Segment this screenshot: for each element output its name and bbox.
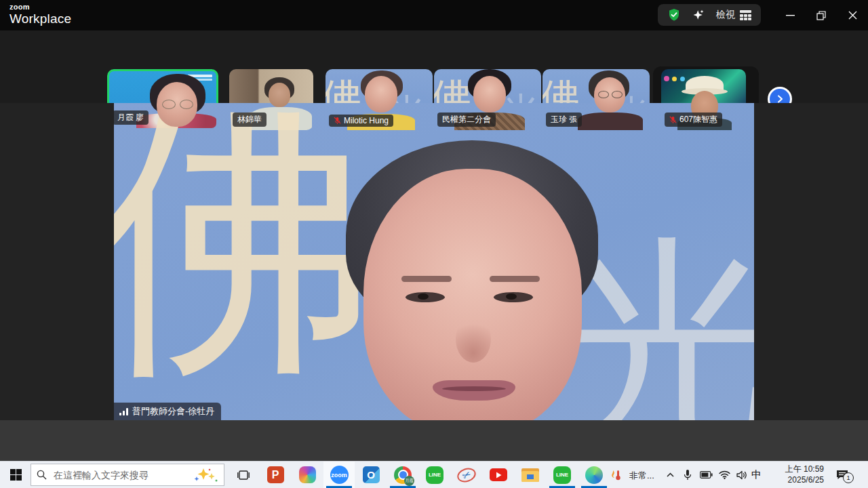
participant-name-badge: 月霞 廖 bbox=[113, 110, 149, 125]
search-highlights-icon bbox=[193, 467, 218, 483]
meeting-toolbar: 音訊 視訊 與會者 8 聊天 bbox=[0, 420, 868, 461]
weather-text[interactable]: 非常... bbox=[629, 470, 654, 482]
line-icon[interactable]: LINE bbox=[419, 462, 450, 488]
video-filmstrip: 月霞 廖 林錦華 佛 光 Milotic Hung 佛 bbox=[0, 30, 868, 103]
ai-companion-sparkle-icon[interactable] bbox=[692, 8, 705, 22]
virtual-bg-logo bbox=[664, 72, 685, 84]
close-button[interactable] bbox=[837, 0, 868, 30]
powerpoint-icon[interactable]: P bbox=[260, 462, 291, 488]
search-icon bbox=[37, 470, 47, 480]
clock-time: 上午 10:59 bbox=[785, 464, 824, 474]
logo-zoom-text: zoom bbox=[9, 3, 71, 11]
titlebar-controls-pill: 檢視 bbox=[658, 4, 761, 26]
windows-taskbar: P zoom O 月霞 LINE ✂ bbox=[0, 461, 868, 488]
taskbar-search[interactable] bbox=[31, 464, 224, 486]
chrome-profile-badge: 月霞 bbox=[404, 476, 414, 486]
muted-mic-icon bbox=[334, 117, 341, 125]
participant-name-badge: 民權第二分會 bbox=[437, 113, 496, 127]
tray-microphone-icon[interactable] bbox=[679, 462, 696, 488]
taskbar-clock[interactable]: 上午 10:59 2025/6/25 bbox=[785, 464, 824, 485]
snipping-tool-icon[interactable]: ✂ bbox=[451, 462, 482, 488]
youtube-icon[interactable] bbox=[483, 462, 514, 488]
view-button-label: 檢視 bbox=[716, 9, 735, 21]
line-icon-2[interactable]: LINE bbox=[547, 462, 578, 488]
battery-icon[interactable] bbox=[696, 462, 715, 488]
participant-name: 607陳智惠 bbox=[679, 114, 717, 125]
gallery-grid-icon bbox=[740, 10, 751, 20]
speaker-name: 普門教師分會-徐牡丹 bbox=[132, 405, 214, 418]
participant-name-badge: 玉珍 張 bbox=[546, 113, 582, 127]
speaker-face bbox=[338, 140, 609, 420]
participant-name: 月霞 廖 bbox=[117, 112, 144, 123]
bg-character-left: 佛 bbox=[114, 103, 374, 384]
notification-count-badge: 1 bbox=[843, 472, 854, 483]
minimize-button[interactable] bbox=[774, 0, 806, 30]
participant-name-badge: Milotic Hung bbox=[329, 115, 393, 127]
muted-mic-icon bbox=[669, 116, 677, 124]
start-button[interactable] bbox=[0, 462, 31, 488]
participant-name-badge: 林錦華 bbox=[233, 113, 267, 127]
view-button[interactable]: 檢視 bbox=[716, 9, 751, 21]
participant-name: 林錦華 bbox=[237, 114, 262, 125]
copilot-icon[interactable] bbox=[292, 462, 323, 488]
active-speaker-video[interactable]: 佛 光 普門教師分會-徐牡丹 bbox=[114, 103, 754, 420]
participant-tile-5[interactable]: 佛 光 玉珍 張 bbox=[542, 69, 650, 130]
chevron-right-icon bbox=[776, 95, 784, 103]
outlook-icon[interactable]: O bbox=[355, 462, 387, 488]
restore-button[interactable] bbox=[806, 0, 837, 30]
participant-name: 玉珍 張 bbox=[551, 114, 577, 125]
zoom-app-icon[interactable]: zoom bbox=[323, 462, 355, 488]
search-input[interactable] bbox=[52, 469, 187, 481]
wifi-icon[interactable] bbox=[715, 462, 733, 488]
file-explorer-icon[interactable] bbox=[515, 462, 546, 488]
zoom-workplace-logo: zoom Workplace bbox=[9, 3, 71, 25]
participant-name: 民權第二分會 bbox=[442, 114, 491, 125]
logo-workplace-text: Workplace bbox=[9, 12, 71, 25]
participant-name: Milotic Hung bbox=[344, 116, 389, 125]
speaker-icon[interactable] bbox=[733, 462, 751, 488]
task-view-button[interactable] bbox=[228, 462, 259, 488]
speaker-name-badge: 普門教師分會-徐牡丹 bbox=[114, 403, 221, 420]
notification-center-button[interactable]: 1 bbox=[829, 462, 856, 488]
chrome-icon[interactable]: 月霞 bbox=[387, 462, 418, 488]
audio-level-icon bbox=[119, 407, 128, 415]
clock-date: 2025/6/25 bbox=[785, 474, 824, 485]
ime-indicator[interactable]: 中 bbox=[751, 468, 762, 481]
zoom-meeting-window: zoom Workplace 檢視 bbox=[0, 0, 868, 488]
tray-overflow-chevron[interactable] bbox=[661, 462, 679, 488]
weather-icon[interactable] bbox=[606, 462, 626, 488]
participant-name-badge: 607陳智惠 bbox=[665, 113, 722, 127]
titlebar: zoom Workplace 檢視 bbox=[0, 0, 868, 30]
main-stage: 佛 光 普門教師分會-徐牡丹 bbox=[0, 103, 868, 420]
security-shield-icon[interactable] bbox=[667, 8, 681, 22]
